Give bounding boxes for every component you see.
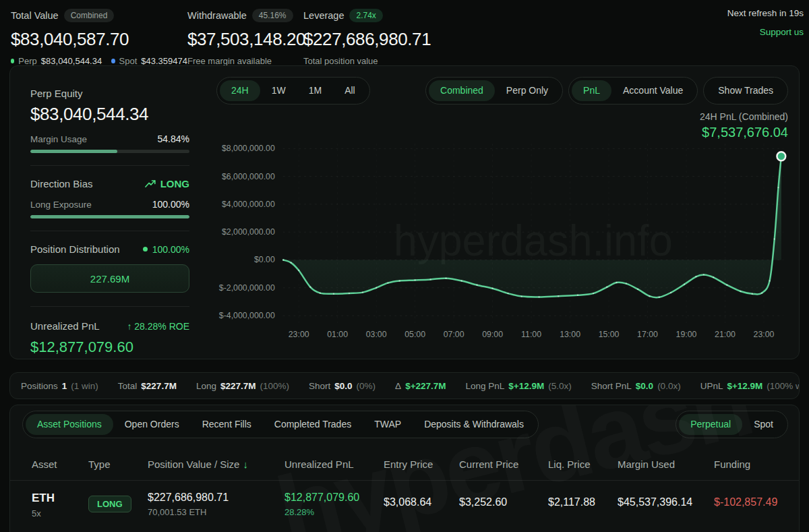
current-price-cell: $3,252.60 (459, 492, 548, 508)
chart-pnl-value: $7,537,676.04 (216, 125, 788, 140)
distribution-dot-icon (143, 247, 148, 252)
chart-pnl-label: 24H PnL (Combined) (216, 111, 788, 122)
data-point-marker (649, 295, 650, 297)
tab-deposits-withdrawals[interactable]: Deposits & Withdrawals (413, 414, 535, 435)
data-point-marker (398, 280, 400, 281)
total-value-amount: $83,040,587.70 (11, 29, 187, 50)
data-point-marker (659, 296, 660, 297)
data-point-marker (626, 283, 627, 284)
trending-up-icon (145, 179, 156, 188)
data-point-marker (282, 259, 284, 260)
long-exposure-value: 100.00% (152, 199, 189, 210)
divider (30, 306, 189, 307)
tab-asset-positions[interactable]: Asset Positions (26, 414, 113, 435)
spot-dot-icon (111, 59, 115, 63)
data-point-marker (558, 295, 559, 297)
col-current-price[interactable]: Current Price (459, 459, 548, 470)
withdrawable-pct-pill: 45.16% (252, 9, 293, 22)
data-point-marker (387, 282, 388, 283)
pnl-chart[interactable]: $8,000,000.00$6,000,000.00$4,000,000.00$… (216, 140, 788, 342)
y-axis-label: $8,000,000.00 (222, 144, 275, 153)
type-cell: LONG (88, 492, 148, 512)
x-axis-label: 15:00 (599, 330, 620, 339)
position-distribution-value: 100.00% (152, 244, 189, 255)
detail-tabs: Asset Positions Open Orders Recent Fills… (22, 411, 539, 438)
tab-1m[interactable]: 1M (297, 80, 333, 101)
view-pnl[interactable]: PnL (572, 80, 611, 101)
col-entry-price[interactable]: Entry Price (384, 459, 459, 470)
tab-twap[interactable]: TWAP (363, 414, 413, 435)
data-point-marker (521, 295, 522, 297)
data-point-marker (726, 284, 727, 285)
sort-desc-icon: ↓ (243, 459, 248, 470)
summary-long-pnl: Long PnL $+12.9M (5.0x) (466, 381, 572, 391)
last-point-marker (777, 152, 785, 160)
long-exposure-bar (30, 215, 189, 218)
margin-usage-label: Margin Usage (30, 134, 87, 144)
y-axis-label: $6,000,000.00 (222, 171, 275, 181)
perp-dot-icon (11, 59, 14, 63)
col-unrealized-pnl[interactable]: Unrealized PnL (284, 459, 384, 470)
data-point-marker (320, 292, 321, 293)
x-axis-label: 23:00 (289, 330, 309, 339)
x-axis-label: 23:00 (754, 330, 775, 339)
tab-completed-trades[interactable]: Completed Trades (263, 414, 363, 435)
col-position-value[interactable]: Position Value / Size↓ (148, 459, 284, 470)
col-liq-price[interactable]: Liq. Price (548, 459, 618, 470)
leverage-amount: $227,686,980.71 (303, 29, 727, 50)
y-axis-label: $-4,000,000.00 (219, 311, 275, 320)
tab-1w[interactable]: 1W (260, 80, 297, 101)
mode-perp-only[interactable]: Perp Only (495, 80, 560, 101)
x-axis-label: 09:00 (482, 330, 503, 339)
position-value-cell: $227,686,980.71 70,001.53 ETH (148, 492, 284, 517)
tab-24h[interactable]: 24H (220, 80, 260, 101)
position-distribution-label: Position Distribution (30, 243, 120, 255)
unrealized-pnl-value: $12,877,079.60 (30, 338, 189, 356)
view-account-value[interactable]: Account Value (611, 80, 694, 101)
col-asset[interactable]: Asset (32, 459, 88, 470)
data-point-marker (684, 283, 685, 285)
position-distribution-button[interactable]: 227.69M (30, 264, 189, 293)
support-us-link[interactable]: Support us (727, 27, 804, 37)
withdrawable-amount: $37,503,148.20 (187, 29, 303, 50)
summary-short-pnl: Short PnL $0.0 (0.0x) (591, 381, 681, 391)
mode-combined[interactable]: Combined (429, 80, 495, 101)
funding-cell: $-102,857.49 (714, 492, 780, 508)
unrealized-pnl-cell: $12,877,079.60 28.28% (284, 492, 384, 517)
positions-detail-panel: hyperdash Asset Positions Open Orders Re… (9, 405, 800, 532)
leverage-label: Leverage (303, 10, 344, 21)
view-toggle: PnL Account Value (568, 77, 698, 105)
direction-bias-value: LONG (160, 178, 189, 189)
toggle-spot[interactable]: Spot (742, 414, 785, 435)
col-funding[interactable]: Funding (714, 459, 780, 470)
withdrawable-sub: Free margin available (187, 56, 303, 66)
total-value-stat: Total Value Combined $83,040,587.70 Perp… (11, 7, 187, 61)
long-badge: LONG (88, 496, 131, 512)
refresh-countdown: Next refresh in 19s (727, 8, 804, 18)
tab-open-orders[interactable]: Open Orders (113, 414, 191, 435)
data-point-marker (703, 274, 705, 275)
withdrawable-label: Withdrawable (187, 10, 247, 21)
combined-pill: Combined (64, 9, 115, 22)
tab-all[interactable]: All (333, 80, 367, 101)
show-trades-button[interactable]: Show Trades (707, 80, 785, 101)
chart-watermark: hyperdash.info (394, 216, 673, 264)
data-point-marker (538, 296, 539, 297)
toggle-perpetual[interactable]: Perpetual (679, 414, 742, 435)
spot-label: Spot (119, 56, 138, 66)
margin-usage-bar (30, 150, 189, 153)
data-point-marker (593, 293, 594, 294)
x-axis-label: 19:00 (676, 330, 697, 339)
data-point-marker (290, 262, 291, 263)
col-type[interactable]: Type (88, 459, 148, 470)
leverage-stat: Leverage 2.74x $227,686,980.71 Total pos… (303, 7, 727, 61)
perp-value: $83,040,544.34 (41, 56, 102, 66)
col-margin-used[interactable]: Margin Used (618, 459, 714, 470)
data-point-marker (309, 286, 311, 287)
data-point-marker (445, 277, 446, 278)
direction-bias-label: Direction Bias (30, 178, 93, 189)
data-point-marker (752, 293, 753, 294)
tab-recent-fills[interactable]: Recent Fills (191, 414, 263, 435)
total-value-label: Total Value (11, 10, 59, 21)
table-row[interactable]: ETH 5x LONG $227,686,980.71 70,001.53 ET… (10, 481, 799, 532)
